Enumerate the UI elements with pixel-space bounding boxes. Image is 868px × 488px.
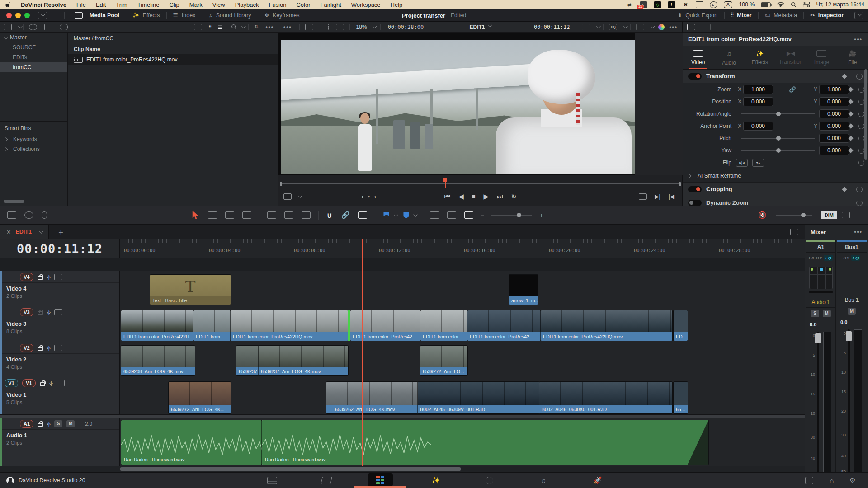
scopes-icon[interactable] <box>636 24 644 30</box>
timeline-clip[interactable]: EDIT1 from color_ProRes422HQ.mov <box>541 310 672 341</box>
viewer-filmstrip-icon[interactable] <box>321 24 329 30</box>
a1-mute-button[interactable]: M <box>66 420 75 427</box>
media-pool-toggle[interactable]: Media Pool <box>65 9 126 22</box>
inspector-options-icon[interactable]: ••• <box>854 36 863 42</box>
track-lane-v3[interactable]: EDIT1 from color_ProRes422H... EDIT1 fro… <box>120 306 805 342</box>
menu-app-name[interactable]: DaVinci Resolve <box>16 0 71 9</box>
audio-clip[interactable]: Ran Raiten - Homeward.wav <box>121 420 262 465</box>
pitch-reset-icon[interactable] <box>858 135 864 141</box>
zoom-link-icon[interactable]: 🔗 <box>773 86 812 93</box>
a1-eq-button[interactable]: EQ <box>824 255 833 261</box>
pitch-slider[interactable] <box>741 138 815 139</box>
v3-badge[interactable]: V3 <box>20 308 33 316</box>
v2-badge[interactable]: V2 <box>20 344 33 352</box>
match-frame-icon[interactable] <box>639 193 647 200</box>
bus1-track-label[interactable]: Bus 1 <box>837 295 867 305</box>
quick-export-button[interactable]: ⬆Quick Export <box>671 9 724 22</box>
bus1-dynamics-button[interactable]: DY <box>844 255 849 260</box>
anchor-y-input[interactable]: 0.000 <box>819 122 849 131</box>
selection-tool-icon[interactable] <box>191 211 199 220</box>
inspector-toggle[interactable]: ✂Inspector <box>804 9 850 22</box>
tab-image[interactable]: Image <box>806 46 837 69</box>
yaw-input[interactable]: 0.000 <box>819 146 849 155</box>
razor-tool-icon[interactable] <box>225 211 234 219</box>
snapping-magnet-icon[interactable]: ∪ <box>327 211 332 220</box>
play-circle-icon[interactable]: ▸ <box>710 1 717 8</box>
scrub-out-handle[interactable] <box>679 182 681 186</box>
bins-scrollbar[interactable] <box>4 200 24 203</box>
transform-reset-icon[interactable] <box>856 73 863 80</box>
timeline-clip[interactable]: EDIT1 from color_ProRes42... <box>350 310 420 341</box>
page-fairlight-button[interactable]: ♫ <box>534 474 552 486</box>
scopes-chevron[interactable] <box>651 24 655 28</box>
v1-badge[interactable]: V1 <box>22 379 36 387</box>
timeline-ruler[interactable]: 00:00:00:00 00:00:04:00 00:00:08:00 00:0… <box>120 239 805 258</box>
flag-chevron[interactable] <box>394 212 398 217</box>
resolve-fx-icon[interactable] <box>658 24 665 30</box>
timeline-clip[interactable]: ED... <box>674 310 688 341</box>
timeline-clip[interactable]: EDIT1 from color_ProRes42... <box>467 310 541 341</box>
safe-area-chevron[interactable] <box>596 24 601 28</box>
add-timeline-button[interactable]: ＋ <box>57 227 65 237</box>
metadata-view-icon[interactable] <box>194 24 202 30</box>
transform-section-header[interactable]: Transform <box>683 70 868 83</box>
link-clips-icon[interactable]: 🔗 <box>341 211 350 219</box>
a1-gain-value[interactable]: 0.0 <box>806 319 835 328</box>
effects-toggle[interactable]: ✨Effects <box>126 9 166 22</box>
a1-solo-button[interactable]: S <box>54 420 62 427</box>
clip-name-column-header[interactable]: Clip Name <box>68 44 278 54</box>
position-x-input[interactable]: 0.000 <box>743 97 773 106</box>
page-deliver-button[interactable]: 🚀 <box>589 474 607 486</box>
viewer-options-icon[interactable]: ••• <box>283 24 292 30</box>
home-button[interactable]: ⌂ <box>823 474 841 486</box>
bus1-eq-button[interactable]: EQ <box>851 255 860 261</box>
timeline-clip[interactable]: B002_A045_06309V_001.R3D <box>418 382 539 413</box>
position-keyframe-icon[interactable] <box>848 99 853 104</box>
v2-lock-icon[interactable] <box>38 347 43 351</box>
clip-arrow[interactable]: arrow_1_m... <box>509 275 538 305</box>
viewer-zoom-select[interactable]: 18% <box>356 24 367 30</box>
menu-playback[interactable]: Playback <box>230 0 264 9</box>
wifi-icon[interactable] <box>777 2 784 7</box>
menu-help[interactable]: Help <box>386 0 408 9</box>
cropping-reset-icon[interactable] <box>856 186 863 192</box>
flip-horizontal-button[interactable]: ▸|◂ <box>736 159 748 167</box>
mixer-options-icon[interactable]: ••• <box>854 229 863 235</box>
v2-thumbnail-icon[interactable] <box>54 345 62 351</box>
timeline-view-options-icon[interactable] <box>7 211 16 219</box>
a1-strip-mute[interactable]: M <box>823 310 831 317</box>
bus1-gain-value[interactable]: 0.0 <box>837 317 867 326</box>
viewer-playhead[interactable] <box>443 178 447 182</box>
zoom-out-icon[interactable]: − <box>480 211 484 219</box>
play-button[interactable]: ▶ <box>484 192 489 201</box>
timeline-clip[interactable]: EDIT1 from color... <box>420 310 467 341</box>
search-chevron[interactable] <box>241 24 246 28</box>
position-y-input[interactable]: 0.000 <box>819 97 849 106</box>
diamond-app-icon[interactable]: ◇ <box>654 1 661 8</box>
menu-file[interactable]: File <box>71 0 91 9</box>
timeline-playhead[interactable] <box>362 239 363 466</box>
proxy-hq-icon[interactable]: HQ <box>609 24 617 30</box>
single-viewer-icon[interactable] <box>687 24 695 30</box>
thumbnail-view-icon[interactable]: ⠿ <box>208 24 212 29</box>
index-toggle[interactable]: ☰Index <box>167 9 202 22</box>
bin-master[interactable]: Master <box>0 33 67 42</box>
sound-library-toggle[interactable]: ♫Sound Library <box>202 9 257 22</box>
timeline-clip[interactable]: 65... <box>674 382 688 413</box>
timeline-clip[interactable]: EDIT1 from... <box>193 310 231 341</box>
timeline-clip[interactable]: 6539237_... <box>236 346 259 375</box>
mediapool-search-icon[interactable] <box>231 24 237 30</box>
v4-thumbnail-icon[interactable] <box>54 274 62 280</box>
marker-chevron[interactable] <box>413 212 418 217</box>
transform-keyframe-icon[interactable] <box>842 74 847 79</box>
play-reverse-button[interactable]: ◀ <box>458 192 464 201</box>
timeline-tab-chevron[interactable] <box>39 229 43 234</box>
tab-audio[interactable]: ♫Audio <box>713 46 744 69</box>
loop-button[interactable]: ↻ <box>511 193 517 200</box>
v1-thumbnail-icon[interactable] <box>57 380 65 386</box>
selected-edit-point[interactable] <box>348 310 350 341</box>
proxy-chevron[interactable] <box>623 24 628 28</box>
project-manager-button[interactable] <box>800 474 818 486</box>
a1-badge[interactable]: A1 <box>20 420 33 428</box>
track-lane-a1[interactable]: Ran Raiten - Homeward.wav Ran Raiten - H… <box>120 418 805 466</box>
